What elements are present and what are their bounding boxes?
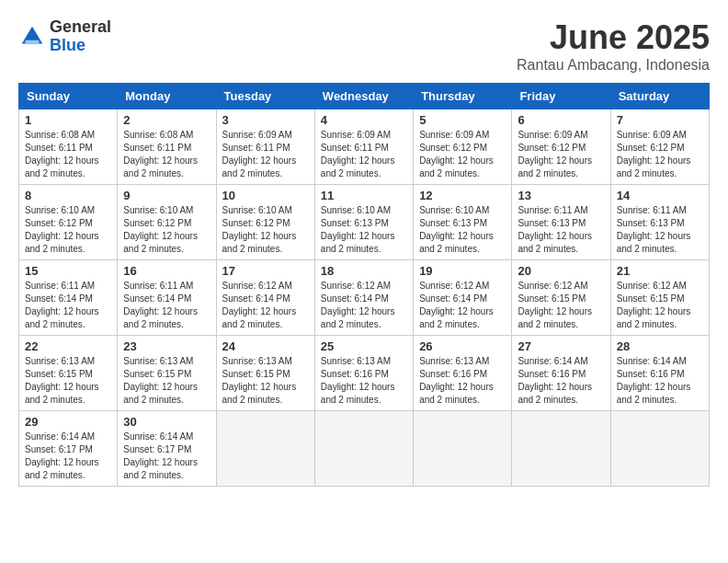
day-info: Sunrise: 6:12 AMSunset: 6:15 PMDaylight:… [518,280,604,331]
calendar-cell-day-29: 29Sunrise: 6:14 AMSunset: 6:17 PMDayligh… [19,411,118,487]
day-info: Sunrise: 6:14 AMSunset: 6:17 PMDaylight:… [123,431,210,482]
month-title: June 2025 [517,18,710,57]
logo-text: General Blue [50,18,111,55]
day-number: 3 [222,113,309,127]
calendar-cell-day-5: 5Sunrise: 6:09 AMSunset: 6:12 PMDaylight… [414,109,512,185]
day-number: 6 [518,113,604,127]
day-info: Sunrise: 6:09 AMSunset: 6:12 PMDaylight:… [518,129,604,180]
calendar-cell-day-21: 21Sunrise: 6:12 AMSunset: 6:15 PMDayligh… [610,260,709,336]
day-info: Sunrise: 6:11 AMSunset: 6:13 PMDaylight:… [518,204,604,256]
day-info: Sunrise: 6:08 AMSunset: 6:11 PMDaylight:… [25,129,111,180]
calendar-cell-day-6: 6Sunrise: 6:09 AMSunset: 6:12 PMDaylight… [512,109,610,185]
calendar-cell-day-26: 26Sunrise: 6:13 AMSunset: 6:16 PMDayligh… [414,336,512,411]
col-monday: Monday [118,84,216,109]
day-number: 15 [25,264,111,278]
calendar-cell-day-28: 28Sunrise: 6:14 AMSunset: 6:16 PMDayligh… [610,336,709,411]
day-info: Sunrise: 6:13 AMSunset: 6:15 PMDaylight:… [123,355,210,407]
day-info: Sunrise: 6:14 AMSunset: 6:17 PMDaylight:… [25,431,111,482]
day-number: 2 [123,113,210,127]
calendar-cell-day-4: 4Sunrise: 6:09 AMSunset: 6:11 PMDaylight… [314,109,413,185]
calendar-cell-day-14: 14Sunrise: 6:11 AMSunset: 6:13 PMDayligh… [610,185,709,260]
day-number: 8 [25,189,111,202]
day-number: 22 [25,339,111,353]
calendar-cell-day-3: 3Sunrise: 6:09 AMSunset: 6:11 PMDaylight… [216,109,314,185]
calendar-row: 22Sunrise: 6:13 AMSunset: 6:15 PMDayligh… [19,336,710,411]
day-number: 26 [419,339,506,353]
day-info: Sunrise: 6:13 AMSunset: 6:15 PMDaylight:… [25,355,111,407]
logo-general: General [50,18,111,37]
day-number: 24 [222,339,309,353]
calendar-cell-day-22: 22Sunrise: 6:13 AMSunset: 6:15 PMDayligh… [19,336,118,411]
calendar-cell-day-8: 8Sunrise: 6:10 AMSunset: 6:12 PMDaylight… [19,185,118,260]
day-info: Sunrise: 6:12 AMSunset: 6:15 PMDaylight:… [617,280,703,331]
day-info: Sunrise: 6:13 AMSunset: 6:16 PMDaylight:… [321,355,407,407]
day-info: Sunrise: 6:11 AMSunset: 6:13 PMDaylight:… [617,204,703,256]
day-number: 9 [123,189,210,202]
day-number: 13 [518,189,604,202]
logo-blue: Blue [50,37,111,55]
col-saturday: Saturday [610,84,709,109]
calendar-cell-day-23: 23Sunrise: 6:13 AMSunset: 6:15 PMDayligh… [118,336,216,411]
day-number: 12 [419,189,506,202]
day-info: Sunrise: 6:12 AMSunset: 6:14 PMDaylight:… [419,280,506,331]
calendar-cell-day-9: 9Sunrise: 6:10 AMSunset: 6:12 PMDaylight… [118,185,216,260]
calendar-cell-day-30: 30Sunrise: 6:14 AMSunset: 6:17 PMDayligh… [118,411,216,487]
calendar-cell-day-25: 25Sunrise: 6:13 AMSunset: 6:16 PMDayligh… [314,336,413,411]
svg-rect-1 [26,40,40,44]
logo-icon [18,23,46,51]
day-info: Sunrise: 6:12 AMSunset: 6:14 PMDaylight:… [321,280,407,331]
calendar-cell-day-18: 18Sunrise: 6:12 AMSunset: 6:14 PMDayligh… [314,260,413,336]
calendar-cell-day-11: 11Sunrise: 6:10 AMSunset: 6:13 PMDayligh… [314,185,413,260]
day-number: 30 [123,415,210,429]
day-info: Sunrise: 6:09 AMSunset: 6:12 PMDaylight:… [617,129,703,180]
day-number: 28 [617,339,703,353]
day-number: 10 [222,189,309,202]
calendar-row: 29Sunrise: 6:14 AMSunset: 6:17 PMDayligh… [19,411,710,487]
day-number: 27 [518,339,604,353]
day-info: Sunrise: 6:10 AMSunset: 6:13 PMDaylight:… [419,204,506,256]
day-number: 29 [25,415,111,429]
calendar-cell-day-20: 20Sunrise: 6:12 AMSunset: 6:15 PMDayligh… [512,260,610,336]
day-number: 5 [419,113,506,127]
calendar-cell-empty [610,411,709,487]
day-info: Sunrise: 6:13 AMSunset: 6:15 PMDaylight:… [222,355,309,407]
calendar-table: Sunday Monday Tuesday Wednesday Thursday… [18,83,710,487]
calendar-cell-day-7: 7Sunrise: 6:09 AMSunset: 6:12 PMDaylight… [610,109,709,185]
day-number: 18 [321,264,407,278]
calendar-cell-empty [512,411,610,487]
day-info: Sunrise: 6:10 AMSunset: 6:12 PMDaylight:… [222,204,309,256]
day-info: Sunrise: 6:08 AMSunset: 6:11 PMDaylight:… [123,129,210,180]
col-wednesday: Wednesday [314,84,413,109]
calendar-cell-day-27: 27Sunrise: 6:14 AMSunset: 6:16 PMDayligh… [512,336,610,411]
day-info: Sunrise: 6:10 AMSunset: 6:12 PMDaylight:… [25,204,111,256]
day-info: Sunrise: 6:14 AMSunset: 6:16 PMDaylight:… [617,355,703,407]
calendar-cell-day-2: 2Sunrise: 6:08 AMSunset: 6:11 PMDaylight… [118,109,216,185]
day-number: 21 [617,264,703,278]
calendar-row: 15Sunrise: 6:11 AMSunset: 6:14 PMDayligh… [19,260,710,336]
day-info: Sunrise: 6:09 AMSunset: 6:11 PMDaylight:… [222,129,309,180]
calendar-cell-day-19: 19Sunrise: 6:12 AMSunset: 6:14 PMDayligh… [414,260,512,336]
calendar-row: 1Sunrise: 6:08 AMSunset: 6:11 PMDaylight… [19,109,710,185]
calendar-header-row: Sunday Monday Tuesday Wednesday Thursday… [19,84,710,109]
day-number: 7 [617,113,703,127]
day-info: Sunrise: 6:14 AMSunset: 6:16 PMDaylight:… [518,355,604,407]
day-info: Sunrise: 6:12 AMSunset: 6:14 PMDaylight:… [222,280,309,331]
calendar-cell-day-10: 10Sunrise: 6:10 AMSunset: 6:12 PMDayligh… [216,185,314,260]
calendar-cell-day-12: 12Sunrise: 6:10 AMSunset: 6:13 PMDayligh… [414,185,512,260]
day-info: Sunrise: 6:11 AMSunset: 6:14 PMDaylight:… [123,280,210,331]
day-number: 14 [617,189,703,202]
day-info: Sunrise: 6:13 AMSunset: 6:16 PMDaylight:… [419,355,506,407]
day-number: 23 [123,339,210,353]
calendar-cell-day-24: 24Sunrise: 6:13 AMSunset: 6:15 PMDayligh… [216,336,314,411]
calendar-cell-day-17: 17Sunrise: 6:12 AMSunset: 6:14 PMDayligh… [216,260,314,336]
calendar-cell-day-1: 1Sunrise: 6:08 AMSunset: 6:11 PMDaylight… [19,109,118,185]
calendar-cell-empty [414,411,512,487]
calendar-cell-day-15: 15Sunrise: 6:11 AMSunset: 6:14 PMDayligh… [19,260,118,336]
day-info: Sunrise: 6:11 AMSunset: 6:14 PMDaylight:… [25,280,111,331]
title-area: June 2025 Rantau Ambacang, Indonesia [517,18,710,74]
col-thursday: Thursday [414,84,512,109]
day-number: 17 [222,264,309,278]
day-info: Sunrise: 6:10 AMSunset: 6:13 PMDaylight:… [321,204,407,256]
location: Rantau Ambacang, Indonesia [517,57,710,74]
col-sunday: Sunday [19,84,118,109]
